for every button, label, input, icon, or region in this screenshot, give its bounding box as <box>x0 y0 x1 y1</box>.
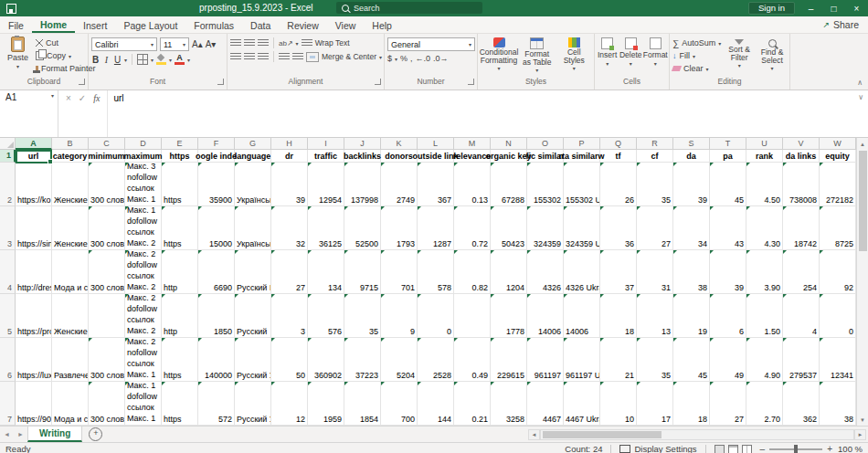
column-header[interactable]: U <box>746 138 783 150</box>
column-header[interactable]: L <box>418 138 454 150</box>
cell-G[interactable]: Українськ <box>235 163 271 206</box>
cell-N[interactable]: 67288 <box>491 163 527 206</box>
header-cell[interactable]: da <box>673 150 710 163</box>
increase-indent-icon[interactable] <box>292 53 303 61</box>
increase-font-icon[interactable]: A▴ <box>192 39 203 49</box>
formula-bar-expand-icon[interactable] <box>858 93 863 101</box>
column-header[interactable]: G <box>235 138 271 150</box>
conditional-formatting-button[interactable]: Conditional Formatting <box>481 36 517 73</box>
cell-M[interactable]: 0.13 <box>454 163 491 206</box>
header-cell[interactable]: da links <box>783 150 820 163</box>
row-header[interactable]: 7 <box>0 382 16 426</box>
clipboard-dialog-launcher-icon[interactable] <box>79 79 85 85</box>
cell-K[interactable]: 2749 <box>381 163 418 206</box>
cell-F[interactable]: 6690 <box>198 250 235 294</box>
cell-A[interactable]: https://pro <box>16 294 52 338</box>
cell-D[interactable]: Макс. 1 dofollow ссылок Макс. 2 <box>125 206 162 250</box>
maximize-button[interactable]: □ <box>822 0 845 16</box>
column-header[interactable]: P <box>564 138 600 150</box>
cell-K[interactable]: 700 <box>381 382 418 426</box>
sort-filter-button[interactable]: Sort & Filter <box>725 36 754 70</box>
select-all-corner[interactable] <box>0 138 16 150</box>
cell-L[interactable]: 367 <box>418 163 454 206</box>
cell-R[interactable]: 27 <box>637 206 673 250</box>
orientation-dropdown-icon[interactable] <box>296 40 299 47</box>
cell-F[interactable]: 140000 <box>198 338 235 382</box>
cell-G[interactable]: Русский <box>235 294 271 338</box>
ribbon-tab[interactable]: Insert <box>75 16 115 33</box>
ribbon-tab[interactable]: Help <box>364 16 400 33</box>
cell-C[interactable]: 300 слов в <box>89 250 125 294</box>
cut-button[interactable]: Cut <box>36 37 96 48</box>
scroll-right-icon[interactable] <box>854 429 866 440</box>
close-button[interactable]: × <box>845 0 868 16</box>
cell-F[interactable]: 572 <box>198 382 235 426</box>
cell-N[interactable]: 50423 <box>491 206 527 250</box>
decrease-indent-icon[interactable] <box>279 53 290 61</box>
cell-A[interactable]: https://90- <box>16 382 52 426</box>
cell-D[interactable]: Макс. 1 dofollow ссылок Макс. 1 <box>125 382 162 426</box>
align-left-icon[interactable] <box>230 53 241 61</box>
cell-U[interactable]: 4.90 <box>746 338 783 382</box>
percent-style-icon[interactable]: % <box>400 54 408 63</box>
cell-H[interactable]: 3 <box>271 294 308 338</box>
cell-A[interactable]: https://sin <box>16 206 52 250</box>
row-header[interactable]: 3 <box>0 206 16 250</box>
header-cell[interactable]: dr <box>271 150 308 163</box>
italic-button[interactable]: I <box>102 55 111 65</box>
scroll-left-icon[interactable] <box>528 429 540 440</box>
cell-S[interactable]: 34 <box>673 206 710 250</box>
cell-P[interactable]: 324359 U <box>564 206 600 250</box>
insert-cells-button[interactable]: Insert <box>598 36 617 67</box>
cell-N[interactable]: 1204 <box>491 250 527 294</box>
cell-H[interactable]: 12 <box>271 382 308 426</box>
horizontal-scrollbar[interactable] <box>528 427 868 442</box>
cell-M[interactable]: 0.82 <box>454 250 491 294</box>
cell-P[interactable]: 14006 <box>564 294 600 338</box>
ribbon-tab[interactable]: Home <box>32 16 75 33</box>
cell-I[interactable]: 576 <box>308 294 344 338</box>
row-header[interactable]: 2 <box>0 163 16 206</box>
zoom-slider-thumb[interactable] <box>794 445 798 453</box>
cell-A[interactable]: http://dres <box>16 250 52 294</box>
format-cells-button[interactable]: Format <box>644 36 666 67</box>
cell-E[interactable]: http <box>162 250 198 294</box>
cell-L[interactable]: 1287 <box>418 206 454 250</box>
align-center-icon[interactable] <box>244 53 255 61</box>
search-box[interactable]: Search <box>336 2 482 14</box>
cell-G[interactable]: Русский Е <box>235 250 271 294</box>
fill-color-icon[interactable] <box>156 55 166 65</box>
name-box-dropdown-icon[interactable] <box>51 92 54 99</box>
header-cell[interactable]: rank <box>746 150 783 163</box>
header-cell[interactable]: traffic <box>308 150 344 163</box>
cell-L[interactable]: 578 <box>418 250 454 294</box>
number-dialog-launcher-icon[interactable] <box>468 79 474 85</box>
cell-C[interactable]: 300 слов в <box>89 338 125 382</box>
ribbon-tab[interactable]: Review <box>279 16 326 33</box>
cell-W[interactable]: 0 <box>820 294 856 338</box>
accounting-format-icon[interactable]: $ <box>387 54 392 63</box>
cell-S[interactable]: 19 <box>673 294 710 338</box>
underline-dropdown-icon[interactable] <box>124 57 127 63</box>
column-header[interactable]: N <box>491 138 527 150</box>
cell-styles-button[interactable]: Cell Styles <box>557 36 592 73</box>
header-cell[interactable]: organic key <box>491 150 527 163</box>
column-header[interactable]: T <box>710 138 746 150</box>
column-header[interactable]: O <box>527 138 564 150</box>
cell-V[interactable]: 4 <box>783 294 820 338</box>
cell-E[interactable]: http <box>162 294 198 338</box>
paste-button[interactable]: Paste <box>3 36 33 70</box>
page-break-view-icon[interactable] <box>742 445 752 453</box>
page-layout-view-icon[interactable] <box>728 445 738 453</box>
cell-S[interactable]: 39 <box>673 163 710 206</box>
sign-in-button[interactable]: Sign in <box>748 2 795 15</box>
cell-R[interactable]: 35 <box>637 338 673 382</box>
header-cell[interactable]: category <box>52 150 89 163</box>
header-cell[interactable]: language <box>235 150 271 163</box>
insert-function-button[interactable]: fx <box>93 93 100 103</box>
row-header[interactable]: 5 <box>0 294 16 338</box>
header-cell[interactable]: rta similarw <box>564 150 600 163</box>
cell-U[interactable]: 4.50 <box>746 163 783 206</box>
merge-center-button[interactable]: Merge & Center <box>322 52 376 61</box>
cell-N[interactable]: 3258 <box>491 382 527 426</box>
